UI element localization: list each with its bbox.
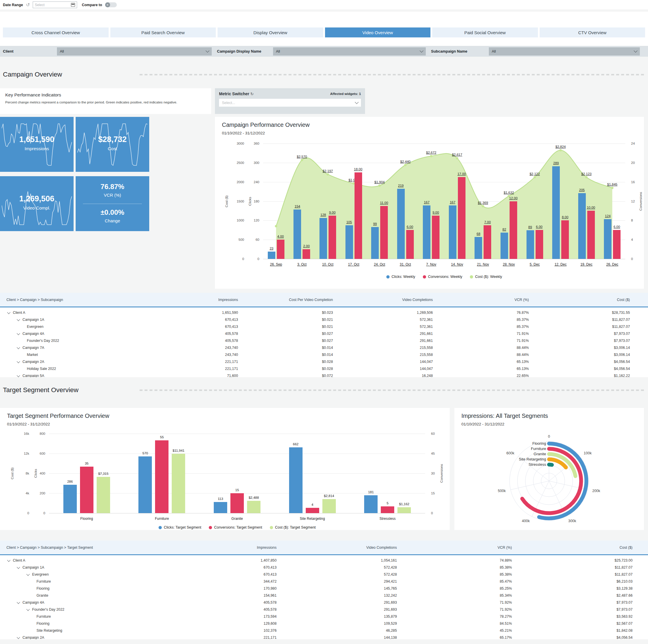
bar-clicks-weekly-12-dec[interactable] bbox=[552, 166, 560, 259]
bar-conversions-weekly-14-nov[interactable] bbox=[458, 177, 466, 259]
filter-select-client[interactable]: All bbox=[57, 47, 212, 55]
bar-clicks-weekly-24-oct[interactable] bbox=[371, 227, 379, 259]
tab-paid-search-overview[interactable]: Paid Search Overview bbox=[110, 28, 216, 37]
x-axis-label-19-dec[interactable]: 19. Dec bbox=[580, 262, 592, 266]
legend-item-cost-weekly[interactable]: Cost ($): Weekly bbox=[470, 275, 502, 279]
area-point-31-oct[interactable] bbox=[404, 164, 407, 166]
bar-cost-target-segment-site-retargeting[interactable] bbox=[322, 499, 336, 513]
bar-clicks-weekly-5-dec[interactable] bbox=[527, 230, 534, 259]
bar-conversions-target-segment-flooring[interactable] bbox=[80, 466, 94, 513]
table-row-client-a[interactable]: Client A1,651,590$0.0231,269,50676.87%$2… bbox=[0, 309, 648, 316]
bar-label[interactable]: 2.00 bbox=[295, 244, 317, 248]
area-point-21-nov[interactable] bbox=[482, 205, 484, 207]
cost-label[interactable]: $1,369 bbox=[472, 201, 494, 204]
cost-label[interactable]: $1,845 bbox=[602, 183, 623, 186]
bar-conversions-weekly-17-oct[interactable] bbox=[355, 172, 362, 259]
x-axis-label-28-nov[interactable]: 28. Nov bbox=[503, 262, 515, 266]
area-point-26-sep[interactable] bbox=[275, 225, 277, 227]
x-axis-label-24-oct[interactable]: 24. Oct bbox=[374, 262, 385, 266]
x-axis-label-14-nov[interactable]: 14. Nov bbox=[451, 262, 463, 266]
chevron-down-icon[interactable] bbox=[17, 346, 20, 349]
cost-label[interactable]: $2,570 bbox=[291, 155, 313, 158]
legend-item-cost-target-segment[interactable]: Cost ($): Target Segment bbox=[270, 526, 316, 530]
bar-clicks-target-segment-stressless[interactable] bbox=[364, 495, 378, 513]
bar-cost-target-segment-flooring[interactable] bbox=[97, 477, 110, 513]
x-axis-label-7-nov[interactable]: 7. Nov bbox=[426, 262, 436, 266]
date-range-input[interactable]: Select bbox=[33, 1, 77, 8]
area-point-5-dec[interactable] bbox=[534, 176, 536, 179]
bar-conversions-target-segment-site-retargeting[interactable] bbox=[306, 508, 319, 513]
bar-conversions-weekly-31-oct[interactable] bbox=[406, 230, 414, 259]
bar-label[interactable]: 6.00 bbox=[529, 225, 550, 229]
table-row-campaign-1a[interactable]: Campaign 1A670,413572,42885.38%$11,827.0… bbox=[0, 564, 648, 571]
bar-clicks-weekly-26-sep[interactable] bbox=[268, 252, 275, 259]
table-row-campaign-4a[interactable]: Campaign 4A405,578$0.027291,66171.91%$7,… bbox=[0, 330, 648, 337]
bar-conversions-weekly-12-dec[interactable] bbox=[561, 220, 569, 259]
table-row-furniture[interactable]: Furniture173,594135,87978.27%$3,563.92 bbox=[0, 613, 648, 620]
cost-label[interactable]: $2,123 bbox=[576, 172, 597, 176]
area-point-7-nov[interactable] bbox=[430, 155, 432, 157]
table-row-campaign-5a[interactable]: Campaign 5A71,600$0.07216,24822.65%$1,16… bbox=[0, 372, 648, 377]
table-row-furniture[interactable]: Furniture344,472294,42185.47%$6,210.03 bbox=[0, 578, 648, 585]
cost-label[interactable]: $2,440 bbox=[394, 160, 416, 163]
bar-label[interactable]: 219 bbox=[390, 184, 412, 187]
metric-reset-icon[interactable]: ↻ bbox=[250, 92, 254, 96]
bar-label[interactable]: 4.00 bbox=[270, 235, 291, 238]
table-row-campaign-7a[interactable]: Campaign 7A243,740$0.014215,55888.44%$3,… bbox=[0, 344, 648, 351]
chevron-down-icon[interactable] bbox=[17, 565, 20, 568]
legend-item-conversions-target-segment[interactable]: Conversions: Target Segment bbox=[209, 526, 262, 530]
table-row-founder-s-day-2022[interactable]: Founder's Day 2022405,578291,69371.92%$7… bbox=[0, 606, 648, 613]
bar-conversions-weekly-26-dec[interactable] bbox=[613, 230, 620, 259]
cost-label[interactable]: $2,617 bbox=[446, 153, 468, 156]
table-row-campaign-4a[interactable]: Campaign 4A405,578291,69371.92%$7,973.07 bbox=[0, 599, 648, 606]
table-row-granite[interactable]: Granite154,961132,24285.34%$2,487.66 bbox=[0, 592, 648, 599]
bar-label[interactable]: 154 bbox=[286, 204, 308, 208]
tab-paid-social-overview[interactable]: Paid Social Overview bbox=[432, 28, 538, 37]
x-axis-label-26-dec[interactable]: 26. Dec bbox=[606, 262, 618, 266]
table-row-campaign-2a[interactable]: Campaign 2A221,171144,13865.17%$4,056.54 bbox=[0, 634, 648, 639]
table-row-evergreen[interactable]: Evergreen670,413572,42885.38%$11,827.07 bbox=[0, 571, 648, 578]
cost-label[interactable]: $1,632 bbox=[498, 191, 520, 194]
chevron-down-icon[interactable] bbox=[26, 607, 30, 611]
x-axis-label-21-nov[interactable]: 21. Nov bbox=[477, 262, 489, 266]
chevron-down-icon[interactable] bbox=[17, 360, 20, 363]
bar-cost-target-segment-stressless[interactable] bbox=[397, 507, 411, 513]
x-axis-label-26-sep[interactable]: 26. Sep bbox=[270, 262, 282, 266]
cost-label[interactable]: $2,824 bbox=[550, 145, 572, 148]
bar-label[interactable]: 9.00 bbox=[425, 211, 446, 214]
bar-label[interactable]: 11.00 bbox=[373, 201, 395, 204]
bar-clicks-weekly-21-nov[interactable] bbox=[475, 237, 482, 259]
bar-label[interactable]: 8.00 bbox=[554, 215, 576, 219]
bar-label[interactable]: 167 bbox=[416, 200, 437, 204]
area-point-12-dec[interactable] bbox=[559, 149, 562, 151]
legend-item-conversions-weekly[interactable]: Conversions: Weekly bbox=[423, 275, 462, 279]
bar-label[interactable]: 17.00 bbox=[451, 172, 473, 176]
bar-conversions-weekly-26-sep[interactable] bbox=[277, 240, 284, 259]
bar-conversions-target-segment-furniture[interactable] bbox=[155, 440, 168, 513]
cost-label[interactable]: $2,122 bbox=[524, 172, 545, 176]
bar-conversions-weekly-24-oct[interactable] bbox=[380, 206, 388, 259]
chevron-down-icon[interactable] bbox=[17, 317, 20, 321]
bar-conversions-weekly-10-oct[interactable] bbox=[328, 216, 336, 259]
bar-clicks-target-segment-flooring[interactable] bbox=[63, 485, 77, 513]
legend-item-clicks-target-segment[interactable]: Clicks: Target Segment bbox=[159, 526, 201, 530]
bar-cost-target-segment-furniture[interactable] bbox=[172, 454, 185, 513]
tab-ctv-overview[interactable]: CTV Overview bbox=[540, 28, 645, 37]
bar-clicks-weekly-17-oct[interactable] bbox=[345, 225, 353, 259]
bar-conversions-weekly-3-oct[interactable] bbox=[303, 249, 310, 259]
chevron-down-icon[interactable] bbox=[17, 636, 20, 639]
date-reset-icon[interactable]: ↺ bbox=[26, 3, 30, 7]
bar-label[interactable]: 12.00 bbox=[502, 196, 524, 200]
bar-conversions-weekly-28-nov[interactable] bbox=[509, 201, 517, 259]
area-point-14-nov[interactable] bbox=[456, 157, 458, 159]
calendar-icon[interactable] bbox=[71, 3, 75, 7]
bar-label[interactable]: 7.00 bbox=[477, 220, 498, 224]
x-axis-label-12-dec[interactable]: 12. Dec bbox=[554, 262, 566, 266]
table-row-flooring[interactable]: Flooring170,980145,76585.25%$3,129.38 bbox=[0, 585, 648, 592]
bar-label[interactable]: 205 bbox=[571, 188, 593, 192]
bar-clicks-weekly-28-nov[interactable] bbox=[500, 233, 508, 259]
compare-to-toggle[interactable]: ✕ bbox=[105, 2, 117, 7]
bar-conversions-weekly-21-nov[interactable] bbox=[484, 225, 491, 259]
bar-clicks-weekly-10-oct[interactable] bbox=[320, 218, 327, 259]
bar-clicks-weekly-19-dec[interactable] bbox=[578, 193, 586, 259]
